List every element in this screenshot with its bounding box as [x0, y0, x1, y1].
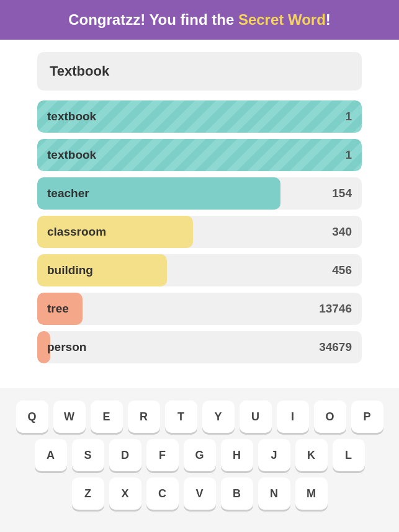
key-j[interactable]: J — [258, 439, 290, 471]
word-row-tree: tree13746 — [37, 293, 362, 325]
word-label-building: building — [37, 264, 93, 277]
key-f[interactable]: F — [146, 439, 179, 471]
key-c[interactable]: C — [146, 477, 179, 510]
header-prefix: Congratzz! You find the — [68, 11, 238, 28]
header-highlight: Secret Word — [238, 11, 326, 28]
key-x[interactable]: X — [109, 477, 141, 510]
header: Congratzz! You find the Secret Word! — [0, 0, 399, 40]
word-score-person: 34679 — [319, 340, 352, 354]
word-row-person: person34679 — [37, 331, 362, 363]
key-s[interactable]: S — [72, 439, 104, 471]
secret-word-box: Textbook — [37, 52, 362, 91]
word-label-person: person — [37, 340, 86, 354]
word-row-classroom: classroom340 — [37, 216, 362, 248]
key-n[interactable]: N — [258, 477, 290, 510]
keyboard: QWERTYUIOPASDFGHJKLZXCVBNM — [6, 401, 393, 510]
key-y[interactable]: Y — [202, 401, 235, 433]
key-t[interactable]: T — [165, 401, 197, 433]
header-suffix: ! — [326, 11, 331, 28]
key-p[interactable]: P — [351, 401, 383, 433]
word-row-building: building456 — [37, 254, 362, 286]
word-score-classroom: 340 — [332, 225, 352, 239]
word-score-textbook1: 1 — [345, 110, 352, 123]
keyboard-row-2: ZXCVBNM — [6, 477, 393, 510]
key-r[interactable]: R — [128, 401, 160, 433]
word-row-textbook1: textbook1 — [37, 100, 362, 133]
key-u[interactable]: U — [240, 401, 272, 433]
key-b[interactable]: B — [221, 477, 253, 510]
word-score-textbook2: 1 — [345, 148, 352, 162]
key-m[interactable]: M — [295, 477, 328, 510]
key-h[interactable]: H — [221, 439, 253, 471]
congratulations-message: Congratzz! You find the Secret Word! — [12, 11, 387, 29]
key-z[interactable]: Z — [72, 477, 104, 510]
keyboard-row-1: ASDFGHJKL — [6, 439, 393, 471]
key-l[interactable]: L — [333, 439, 365, 471]
key-v[interactable]: V — [184, 477, 216, 510]
key-a[interactable]: A — [35, 439, 67, 471]
word-label-classroom: classroom — [37, 225, 106, 239]
key-i[interactable]: I — [277, 401, 309, 433]
key-e[interactable]: E — [91, 401, 123, 433]
keyboard-section: QWERTYUIOPASDFGHJKLZXCVBNM — [0, 388, 399, 532]
keyboard-row-0: QWERTYUIOP — [6, 401, 393, 433]
word-score-building: 456 — [332, 264, 352, 277]
key-w[interactable]: W — [53, 401, 86, 433]
word-label-textbook1: textbook — [37, 110, 96, 123]
word-score-teacher: 154 — [332, 187, 352, 200]
word-label-textbook2: textbook — [37, 148, 96, 162]
key-d[interactable]: D — [109, 439, 141, 471]
main-content: Textbook textbook1textbook1teacher154cla… — [0, 40, 399, 388]
word-label-tree: tree — [37, 302, 69, 316]
key-k[interactable]: K — [295, 439, 328, 471]
key-g[interactable]: G — [184, 439, 216, 471]
key-o[interactable]: O — [314, 401, 346, 433]
word-score-tree: 13746 — [319, 302, 352, 316]
secret-word-label: Textbook — [50, 63, 109, 79]
word-label-teacher: teacher — [37, 187, 89, 200]
key-q[interactable]: Q — [16, 401, 48, 433]
word-row-textbook2: textbook1 — [37, 139, 362, 171]
word-row-teacher: teacher154 — [37, 177, 362, 210]
word-list: textbook1textbook1teacher154classroom340… — [37, 100, 362, 363]
